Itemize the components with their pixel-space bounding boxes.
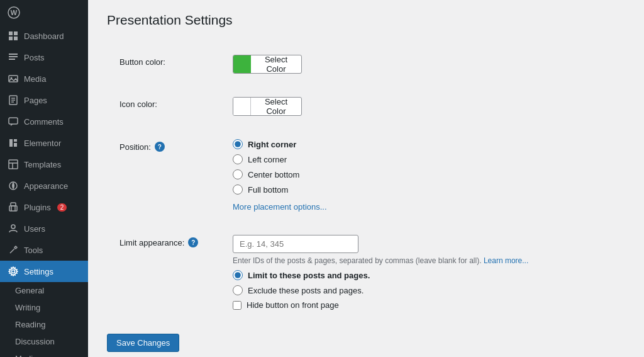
svg-rect-16 xyxy=(9,139,13,147)
icon-color-row: Icon color: Select Color xyxy=(107,86,625,128)
position-label-center: Center bottom xyxy=(248,170,299,179)
sidebar-label-posts: Posts xyxy=(24,53,45,62)
sidebar-item-settings[interactable]: Settings xyxy=(0,261,88,282)
button-color-btn-label: Select Color xyxy=(251,55,301,74)
svg-rect-17 xyxy=(14,139,17,142)
appearance-icon xyxy=(8,180,19,191)
svg-point-27 xyxy=(11,225,15,229)
svg-rect-6 xyxy=(9,54,18,55)
hide-button-row[interactable]: Hide button on front page xyxy=(233,300,613,310)
position-label-left: Left corner xyxy=(248,155,287,164)
sidebar-item-users[interactable]: Users xyxy=(0,218,88,239)
svg-rect-19 xyxy=(9,160,18,169)
submenu-label-media: Media xyxy=(15,354,37,357)
submenu-label-general: General xyxy=(15,286,44,295)
posts-icon xyxy=(8,52,19,63)
svg-rect-7 xyxy=(9,56,18,57)
save-changes-button[interactable]: Save Changes xyxy=(107,334,179,352)
sidebar-item-plugins[interactable]: Plugins 2 xyxy=(0,196,88,218)
icon-color-label: Icon color: xyxy=(119,97,233,109)
media-icon xyxy=(8,73,19,84)
svg-rect-8 xyxy=(9,59,15,60)
position-label-full: Full bottom xyxy=(248,185,288,195)
elementor-icon xyxy=(8,137,19,149)
dashboard-icon xyxy=(8,30,19,42)
sidebar-item-templates[interactable]: Templates xyxy=(0,154,88,175)
button-color-content: Select Color xyxy=(233,55,613,74)
more-placement-link[interactable]: More placement options... xyxy=(233,202,613,212)
sidebar: W Dashboard Posts Media Pages Comments xyxy=(0,0,88,357)
sidebar-label-elementor: Elementor xyxy=(24,139,61,148)
sidebar-label-dashboard: Dashboard xyxy=(24,31,64,41)
submenu-label-discussion: Discussion xyxy=(15,337,55,346)
svg-rect-2 xyxy=(9,31,13,35)
svg-rect-24 xyxy=(9,206,17,211)
position-label: Position: ? xyxy=(119,139,233,152)
icon-color-btn-label: Select Color xyxy=(251,97,301,116)
sidebar-item-tools[interactable]: Tools xyxy=(0,239,88,261)
position-content: Right corner Left corner Center bottom F… xyxy=(233,139,613,212)
learn-more-link[interactable]: Learn more... xyxy=(484,256,528,265)
sidebar-label-settings: Settings xyxy=(24,267,53,276)
users-icon xyxy=(8,223,19,234)
submenu-label-writing: Writing xyxy=(15,303,40,312)
sidebar-label-tools: Tools xyxy=(24,246,43,255)
hide-button-label: Hide button on front page xyxy=(247,300,339,310)
sidebar-item-elementor[interactable]: Elementor xyxy=(0,132,88,154)
comments-icon xyxy=(8,116,19,127)
sidebar-item-comments[interactable]: Comments xyxy=(0,111,88,132)
sidebar-label-users: Users xyxy=(24,224,45,234)
limit-label-exclude: Exclude these posts and pages. xyxy=(248,286,364,295)
sidebar-item-pages[interactable]: Pages xyxy=(0,89,88,111)
limit-appearance-row: Limit appearance: ? Enter IDs of the pos… xyxy=(107,224,625,321)
position-option-center[interactable]: Center bottom xyxy=(233,169,613,179)
button-color-picker[interactable]: Select Color xyxy=(233,55,302,74)
settings-icon xyxy=(8,266,19,277)
sidebar-label-appearance: Appearance xyxy=(24,181,68,191)
sidebar-label-pages: Pages xyxy=(24,96,47,105)
position-label-right: Right corner xyxy=(248,140,296,149)
svg-text:W: W xyxy=(11,9,18,16)
sidebar-label-plugins: Plugins xyxy=(24,203,51,212)
svg-rect-18 xyxy=(14,143,17,147)
wp-logo: W xyxy=(0,0,88,25)
svg-rect-4 xyxy=(9,37,13,40)
position-help-icon[interactable]: ? xyxy=(155,142,165,152)
sidebar-item-posts[interactable]: Posts xyxy=(0,47,88,68)
limit-option-exclude[interactable]: Exclude these posts and pages. xyxy=(233,285,613,295)
plugins-icon xyxy=(8,201,19,213)
limit-input[interactable] xyxy=(233,235,358,253)
pages-icon xyxy=(8,94,19,106)
main-content: Presentation Settings Button color: Sele… xyxy=(88,0,644,357)
submenu-item-media-sub[interactable]: Media xyxy=(0,350,88,357)
icon-color-content: Select Color xyxy=(233,97,613,116)
position-option-left[interactable]: Left corner xyxy=(233,154,613,164)
submenu-label-reading: Reading xyxy=(15,320,45,329)
sidebar-item-appearance[interactable]: Appearance xyxy=(0,175,88,196)
page-title: Presentation Settings xyxy=(107,13,625,28)
button-color-swatch xyxy=(233,55,251,73)
plugins-badge: 2 xyxy=(57,203,67,212)
limit-label: Limit appearance: ? xyxy=(119,235,233,247)
position-option-full[interactable]: Full bottom xyxy=(233,184,613,195)
position-option-right[interactable]: Right corner xyxy=(233,139,613,149)
button-color-row: Button color: Select Color xyxy=(107,43,625,86)
icon-color-picker[interactable]: Select Color xyxy=(233,97,302,116)
sidebar-item-media[interactable]: Media xyxy=(0,68,88,89)
limit-option-limit[interactable]: Limit to these posts and pages. xyxy=(233,270,613,280)
svg-line-28 xyxy=(10,249,14,253)
limit-content: Enter IDs of the posts & pages, separate… xyxy=(233,235,613,310)
limit-label-limit: Limit to these posts and pages. xyxy=(248,271,370,280)
hide-button-checkbox[interactable] xyxy=(233,301,242,310)
sidebar-label-media: Media xyxy=(24,74,46,84)
submenu-item-writing[interactable]: Writing xyxy=(0,299,88,316)
limit-help-icon[interactable]: ? xyxy=(188,237,198,247)
button-color-label: Button color: xyxy=(119,55,233,67)
position-radio-group: Right corner Left corner Center bottom F… xyxy=(233,139,613,212)
submenu-item-general[interactable]: General xyxy=(0,282,88,299)
sidebar-item-dashboard[interactable]: Dashboard xyxy=(0,25,88,47)
submenu-item-discussion[interactable]: Discussion xyxy=(0,333,88,350)
submenu-item-reading[interactable]: Reading xyxy=(0,316,88,333)
position-row: Position: ? Right corner Left corner Cen… xyxy=(107,128,625,224)
svg-rect-15 xyxy=(9,118,18,124)
